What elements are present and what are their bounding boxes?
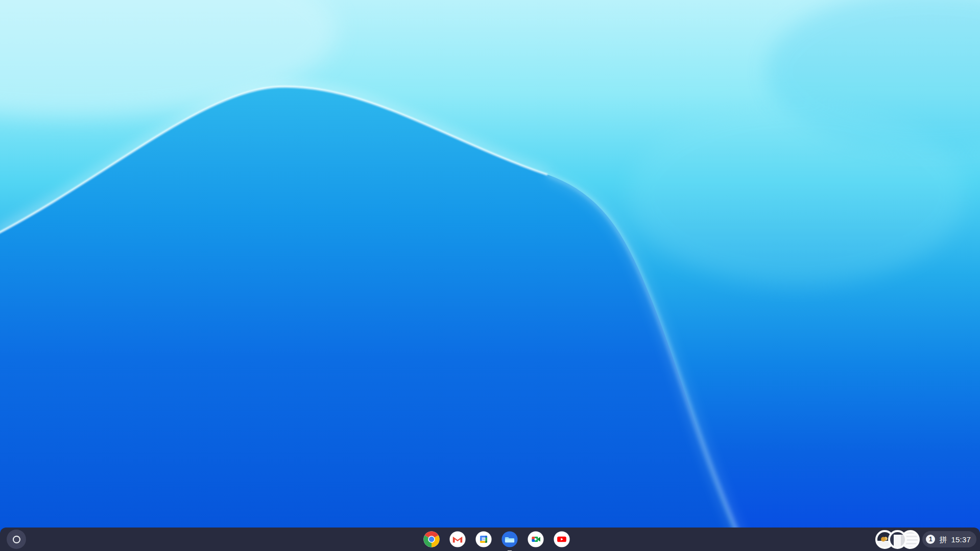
youtube-icon [553, 531, 570, 548]
wallpaper-wave-art [0, 0, 980, 551]
files-folder-icon [501, 531, 518, 548]
launcher-button[interactable] [7, 530, 26, 549]
desktop-wallpaper[interactable] [0, 0, 980, 551]
calendar-day-number: 31 [482, 538, 485, 541]
shelf-app-files[interactable] [501, 531, 518, 548]
shelf-pinned-apps: 31 [423, 531, 570, 548]
clock: 15:37 [951, 536, 971, 543]
gmail-icon [449, 531, 466, 548]
chromeos-desktop: 31 [0, 0, 980, 551]
calendar-icon: 31 [475, 531, 492, 548]
ime-pinyin-indicator: 拼 [939, 536, 947, 543]
shelf-app-meet[interactable] [527, 531, 544, 548]
tote-thumbnail[interactable] [888, 530, 907, 549]
chrome-icon [423, 531, 440, 548]
shelf-status-area: 1 拼 15:37 [875, 528, 976, 551]
notification-count-badge: 1 [926, 535, 935, 544]
launcher-ring-icon [13, 536, 20, 543]
shelf: 31 [0, 528, 980, 551]
shelf-app-gmail[interactable] [449, 531, 466, 548]
meet-camera-icon [527, 531, 544, 548]
shelf-app-youtube[interactable] [553, 531, 570, 548]
shelf-app-calendar[interactable]: 31 [475, 531, 492, 548]
status-tray-pill[interactable]: 1 拼 15:37 [922, 531, 976, 547]
shelf-app-chrome[interactable] [423, 531, 440, 548]
tote-holding-space [875, 530, 920, 549]
